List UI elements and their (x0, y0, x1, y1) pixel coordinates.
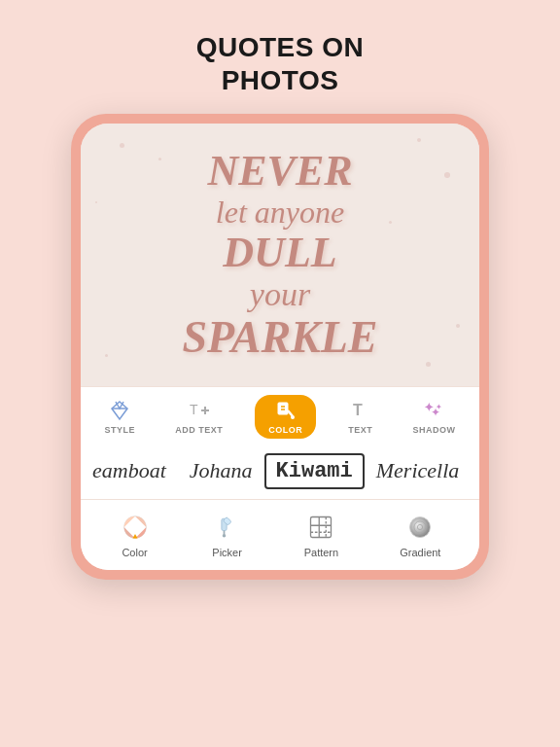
svg-point-8 (291, 415, 295, 419)
toolbar-label-style: STYLE (105, 425, 136, 435)
bottom-item-color[interactable]: Color (120, 512, 151, 558)
toolbar-item-text[interactable]: T TEXT (340, 395, 380, 439)
toolbar-label-color: COLOR (268, 425, 302, 435)
font-item-steamboat[interactable]: eamboat (81, 452, 178, 489)
quote-line-4: your (182, 276, 377, 312)
bottom-item-gradient[interactable]: Gradient (400, 512, 440, 558)
toolbar-item-style[interactable]: STYLE (97, 395, 144, 439)
font-item-kiwami[interactable]: Kiwami (264, 453, 365, 489)
eyedropper-icon (212, 512, 243, 543)
toolbar-item-shadow[interactable]: ✦ ✦ ✦ SHADOW (404, 395, 463, 439)
svg-point-14 (130, 523, 139, 532)
svg-marker-15 (132, 534, 137, 538)
color-circle-icon (120, 512, 151, 543)
svg-text:✦: ✦ (436, 403, 442, 411)
font-item-modernmagi[interactable]: MODERNMAGI (471, 457, 479, 484)
font-item-johana[interactable]: Johana (178, 452, 264, 489)
toolbar-item-add-text[interactable]: T ADD TEXT (167, 395, 230, 439)
quote-text: NEVER let anyone DULL your SPARKLE (162, 138, 397, 372)
quote-line-2: let anyone (182, 196, 377, 230)
bottom-label-pattern: Pattern (304, 547, 338, 558)
quote-line-3: DULL (182, 230, 377, 276)
font-strip: eamboat Johana Kiwami Mericella MODERNMA… (81, 443, 479, 499)
svg-text:T: T (353, 402, 363, 418)
bottom-label-gradient: Gradient (400, 547, 440, 558)
diamond-icon (108, 399, 131, 422)
top-toolbar: STYLE T ADD TEXT (81, 386, 479, 443)
svg-rect-5 (279, 404, 287, 413)
text-icon: T (349, 399, 372, 422)
toolbar-item-color[interactable]: COLOR (255, 395, 316, 439)
svg-text:T: T (190, 402, 198, 417)
svg-rect-20 (311, 517, 332, 538)
bottom-label-color: Color (122, 547, 147, 558)
bottom-label-picker: Picker (212, 547, 242, 558)
quote-area: NEVER let anyone DULL your SPARKLE (81, 124, 479, 386)
toolbar-label-text: TEXT (348, 425, 372, 435)
color-bucket-icon (274, 399, 298, 422)
bottom-item-picker[interactable]: Picker (212, 512, 243, 558)
text-add-icon: T (188, 399, 211, 422)
svg-point-18 (222, 534, 226, 538)
page-title: QUOTES ONPHOTOS (196, 31, 365, 96)
quote-line-1: NEVER (182, 148, 377, 195)
shadow-icon: ✦ ✦ ✦ (422, 399, 445, 422)
toolbar-label-add-text: ADD TEXT (175, 425, 223, 435)
toolbar-label-shadow: SHADOW (412, 425, 455, 435)
gradient-circle-icon (404, 512, 436, 543)
svg-marker-0 (112, 402, 127, 419)
device-frame: NEVER let anyone DULL your SPARKLE STYLE (71, 114, 489, 580)
bottom-item-pattern[interactable]: Pattern (304, 512, 338, 558)
font-item-mericella[interactable]: Mericella (365, 452, 472, 489)
quote-line-5: SPARKLE (182, 313, 377, 363)
svg-point-25 (410, 517, 431, 538)
device-screen: NEVER let anyone DULL your SPARKLE STYLE (81, 124, 479, 570)
pattern-grid-icon (305, 512, 336, 543)
bottom-toolbar: Color Picker (81, 499, 479, 570)
